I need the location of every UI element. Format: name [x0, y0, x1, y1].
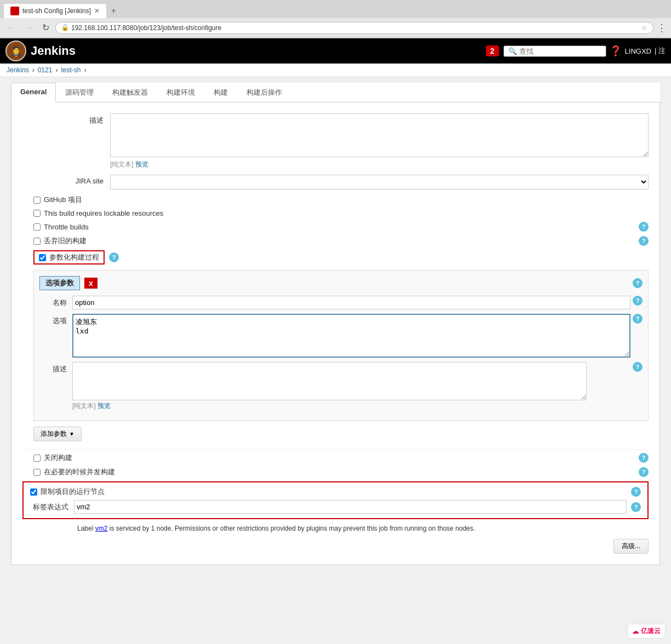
- add-param-label: 添加参数: [41, 429, 67, 439]
- param-delete-button[interactable]: x: [84, 278, 98, 289]
- jira-select[interactable]: [110, 175, 649, 189]
- tab-post-build[interactable]: 构建后操作: [237, 83, 291, 102]
- discard-checkbox[interactable]: [33, 238, 41, 245]
- param-name-help-icon[interactable]: ?: [633, 296, 643, 306]
- desc-control: [纯文本] 预览: [110, 113, 649, 169]
- breadcrumb-sep1: ›: [32, 66, 35, 74]
- tab-close-btn[interactable]: ✕: [94, 7, 100, 15]
- user-label: LINGXD: [625, 47, 651, 55]
- param-plain-text-link: [纯文本] 预览: [72, 401, 630, 411]
- address-bar[interactable]: 🔓 192.168.100.117:8080/job/123/job/test-…: [55, 22, 653, 34]
- help-button[interactable]: ❓: [610, 45, 622, 57]
- restrict-node-help-icon[interactable]: ?: [631, 487, 641, 497]
- jenkins-avatar-icon: 🤵: [5, 41, 26, 61]
- tab-general[interactable]: General: [11, 83, 56, 102]
- parametrize-checkbox[interactable]: [39, 254, 46, 261]
- concurrent-help-icon[interactable]: ?: [639, 467, 649, 477]
- restrict-node-checkbox[interactable]: [30, 488, 37, 496]
- param-options-row: 选项 凌旭东 lxd ?: [39, 314, 643, 358]
- label-desc-row: Label vm2 is serviced by 1 node. Permiss…: [22, 521, 649, 534]
- restrict-node-section: 限制项目的运行节点 ? 标签表达式 ?: [22, 481, 649, 519]
- tab-build[interactable]: 构建: [204, 83, 237, 102]
- config-tabs: General 源码管理 构建触发器 构建环境 构建 构建后操作: [11, 83, 660, 102]
- tab-build-env[interactable]: 构建环境: [157, 83, 204, 102]
- lock-icon: 🔓: [61, 24, 69, 31]
- param-desc2-control: [纯文本] 预览: [72, 362, 630, 411]
- param-plain-text-label: [纯文本]: [72, 402, 96, 410]
- jira-row: JIRA site: [22, 175, 649, 189]
- bookmark-icon[interactable]: ☆: [641, 24, 647, 32]
- discard-help-icon[interactable]: ?: [639, 236, 649, 246]
- param-help-icon[interactable]: ?: [633, 278, 643, 288]
- browser-nav-bar: ← → ↻ 🔓 192.168.100.117:8080/job/123/job…: [0, 18, 671, 38]
- browser-tab-active[interactable]: test-sh Config [Jenkins] ✕: [3, 3, 107, 18]
- parametrize-help-icon[interactable]: ?: [109, 252, 119, 262]
- disable-build-checkbox[interactable]: [33, 455, 41, 462]
- dropdown-arrow-icon: ▼: [69, 431, 74, 437]
- param-title-row: 选项参数 x: [39, 276, 98, 290]
- desc-row: 描述 [纯文本] 预览: [22, 113, 649, 169]
- label-link[interactable]: vm2: [95, 525, 108, 532]
- param-preview-link[interactable]: 预览: [98, 402, 111, 410]
- concurrent-label: 在必要的时候并发构建: [44, 467, 115, 477]
- back-button[interactable]: ←: [4, 22, 19, 34]
- discard-row: 丢弃旧的构建 ?: [22, 236, 649, 246]
- github-checkbox[interactable]: [33, 197, 41, 204]
- advanced-button[interactable]: 高级...: [613, 539, 649, 554]
- param-section: 选项参数 x ? 名称 ? 选项 凌旭东 lxd ? 描述: [33, 270, 649, 421]
- preview-link[interactable]: 预览: [135, 160, 148, 168]
- param-title: 选项参数: [39, 276, 80, 290]
- concurrent-checkbox[interactable]: [33, 469, 41, 476]
- desc-textarea[interactable]: [110, 113, 649, 157]
- breadcrumb-sep2: ›: [55, 66, 58, 74]
- label-desc-pre: Label: [77, 525, 95, 532]
- tab-source-mgmt[interactable]: 源码管理: [56, 83, 103, 102]
- tag-help-icon[interactable]: ?: [631, 502, 641, 512]
- notification-badge[interactable]: 2: [486, 45, 499, 56]
- desc-label: 描述: [22, 113, 110, 125]
- jenkins-header: 🤵 Jenkins 2 🔍 ❓ LINGXD | 注: [0, 38, 671, 64]
- tag-input[interactable]: [74, 500, 627, 514]
- throttle-checkbox[interactable]: [33, 223, 41, 231]
- breadcrumb-item2[interactable]: test-sh: [61, 66, 81, 74]
- tab-build-trigger[interactable]: 构建触发器: [103, 83, 157, 102]
- throttle-label: Throttle builds: [44, 223, 89, 231]
- param-name-row: 名称 ?: [39, 296, 643, 309]
- jenkins-title: Jenkins: [31, 44, 76, 58]
- throttle-row: Throttle builds ?: [22, 222, 649, 232]
- reload-button[interactable]: ↻: [39, 21, 52, 34]
- add-param-row: 添加参数 ▼: [22, 427, 649, 441]
- browser-toolbar: ⋮: [657, 22, 667, 34]
- lockable-row: This build requires lockable resources: [22, 209, 649, 217]
- discard-label: 丢弃旧的构建: [44, 236, 87, 246]
- param-options-textarea[interactable]: 凌旭东 lxd: [72, 314, 630, 358]
- throttle-help-icon[interactable]: ?: [639, 222, 649, 232]
- tab-favicon: [10, 7, 19, 15]
- jira-control: [110, 175, 649, 189]
- disable-build-help-icon[interactable]: ?: [639, 453, 649, 463]
- new-tab-button[interactable]: +: [107, 4, 121, 18]
- plain-text-label: [纯文本]: [110, 160, 134, 168]
- lockable-checkbox[interactable]: [33, 210, 41, 217]
- param-desc2-textarea[interactable]: [72, 362, 587, 400]
- param-desc2-row: 描述 [纯文本] 预览 ?: [39, 362, 643, 411]
- param-desc2-help-icon[interactable]: ?: [633, 362, 643, 372]
- menu-icon[interactable]: ⋮: [657, 22, 667, 34]
- param-name-label: 名称: [39, 296, 72, 308]
- add-param-button[interactable]: 添加参数 ▼: [33, 427, 82, 441]
- tag-expression-row: 标签表达式 ?: [30, 500, 641, 514]
- lang-button[interactable]: | 注: [655, 46, 666, 56]
- restrict-node-label: 限制项目的运行节点: [41, 487, 105, 497]
- jira-label: JIRA site: [22, 175, 110, 185]
- lockable-label: This build requires lockable resources: [44, 209, 163, 217]
- tab-title: test-sh Config [Jenkins]: [22, 7, 91, 15]
- param-name-input[interactable]: [72, 296, 630, 309]
- advanced-section: 高级...: [22, 539, 649, 554]
- param-desc2-label: 描述: [39, 362, 72, 374]
- search-box[interactable]: 🔍: [503, 45, 606, 57]
- breadcrumb-jenkins[interactable]: Jenkins: [7, 66, 29, 74]
- param-options-help-icon[interactable]: ?: [633, 314, 643, 324]
- breadcrumb-item1[interactable]: 0121: [38, 66, 53, 74]
- search-input[interactable]: [519, 47, 601, 55]
- forward-button[interactable]: →: [22, 22, 36, 34]
